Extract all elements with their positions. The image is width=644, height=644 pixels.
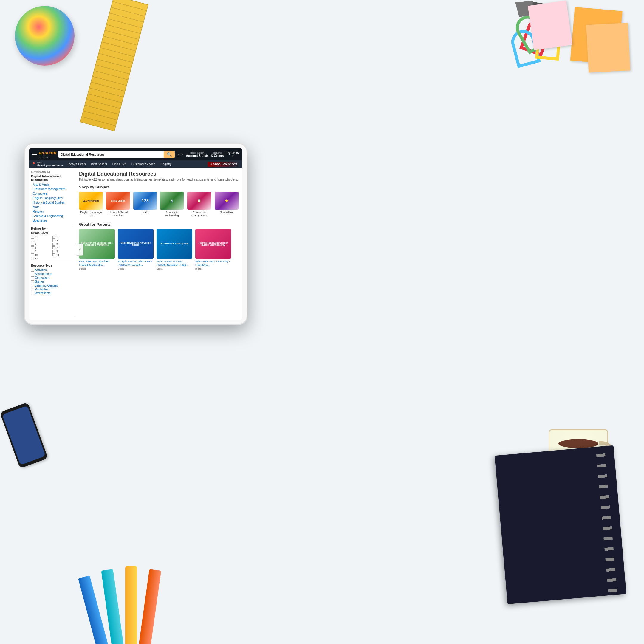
sidebar-item-computers[interactable]: Computers bbox=[31, 191, 73, 196]
grade-11-checkbox[interactable] bbox=[52, 250, 55, 253]
grade-2[interactable]: 4 bbox=[31, 243, 52, 246]
resource-games-checkbox[interactable] bbox=[31, 280, 34, 283]
grade-5[interactable]: 10 bbox=[31, 253, 52, 256]
subject-label-history: History & Social Studies bbox=[105, 211, 131, 217]
hamburger-menu[interactable] bbox=[32, 153, 37, 156]
grade-9-checkbox[interactable] bbox=[52, 243, 55, 246]
subnav-best-sellers[interactable]: Best Sellers bbox=[90, 162, 108, 166]
grade-6-checkbox[interactable] bbox=[31, 257, 34, 260]
notebook bbox=[495, 445, 626, 604]
resource-learning-centers[interactable]: Learning Centers bbox=[31, 284, 73, 287]
subject-card-specialties[interactable]: ⭐ Specialties bbox=[215, 192, 239, 217]
grade-1-checkbox[interactable] bbox=[31, 239, 34, 242]
grade-3-checkbox[interactable] bbox=[31, 246, 34, 249]
sidebar-item-ela[interactable]: English Language Arts bbox=[31, 196, 73, 200]
resource-printables-checkbox[interactable] bbox=[31, 288, 34, 291]
sidebar-divider-2 bbox=[31, 262, 73, 262]
grade-6[interactable]: 12 bbox=[31, 257, 52, 260]
account-nav-item[interactable]: Hello, Sign in Account & Lists bbox=[186, 151, 208, 157]
sidebar-item-science[interactable]: Science & Engineering bbox=[31, 214, 73, 218]
grade-2-checkbox[interactable] bbox=[31, 243, 34, 246]
grade-k-checkbox[interactable] bbox=[31, 236, 34, 239]
subject-card-classroom[interactable]: 📋 Classroom Management bbox=[186, 192, 212, 217]
subject-card-ela[interactable]: ELA Worksheets English Language Arts bbox=[79, 192, 103, 217]
sidebar-item-arts-music[interactable]: Arts & Music bbox=[31, 182, 73, 187]
product-img-4-text: Figurative Language Color by Number Vale… bbox=[195, 241, 231, 247]
grade-7-checkbox[interactable] bbox=[52, 236, 55, 239]
resource-learning-centers-label: Learning Centers bbox=[35, 284, 58, 287]
subnav-today-deals[interactable]: Today's Deals bbox=[66, 162, 87, 166]
amazon-logo[interactable]: amazon try prime bbox=[39, 150, 57, 159]
resource-activities-label: Activities bbox=[35, 268, 47, 272]
grade-1[interactable]: 2 bbox=[31, 239, 52, 242]
galentine-promo[interactable]: ✦ Shop Galentine's bbox=[208, 162, 240, 167]
rubber-band-ball bbox=[15, 6, 75, 66]
resource-games[interactable]: Games bbox=[31, 280, 73, 284]
try-prime-nav-item[interactable]: Try Prime ▼ bbox=[226, 151, 240, 158]
search-input[interactable] bbox=[58, 151, 164, 157]
history-img-text: Social Studies bbox=[110, 199, 126, 203]
product-card-2[interactable]: Magic Reveal Pixel Art Google Sheets Mul… bbox=[118, 229, 154, 270]
sidebar-item-classroom-management[interactable]: Classroom Management bbox=[31, 187, 73, 191]
grade-10-checkbox[interactable] bbox=[52, 246, 55, 249]
product-card-3[interactable]: INTERACTIVE Solar System Solar System Ac… bbox=[157, 229, 192, 270]
sidebar-item-specialties[interactable]: Specialties bbox=[31, 218, 73, 223]
refine-by-label: Refine by bbox=[31, 227, 73, 230]
grade-7[interactable]: 1 bbox=[52, 236, 73, 239]
subject-card-history[interactable]: Social Studies History & Social Studies bbox=[105, 192, 131, 217]
location-pin-icon: 📍 bbox=[32, 162, 36, 166]
carousel-prev-button[interactable]: ‹ bbox=[76, 244, 83, 256]
product-img-2-text: Magic Reveal Pixel Art Google Sheets bbox=[118, 241, 154, 247]
resource-learning-centers-checkbox[interactable] bbox=[31, 284, 34, 287]
resource-activities[interactable]: Activities bbox=[31, 268, 73, 272]
resource-activities-checkbox[interactable] bbox=[31, 269, 34, 272]
grade-level-label: Grade Level bbox=[31, 231, 73, 235]
grade-k[interactable]: K bbox=[31, 236, 52, 239]
grade-10[interactable]: 7 bbox=[52, 246, 73, 249]
subnav-find-gift[interactable]: Find a Gift bbox=[112, 162, 127, 166]
resource-worksheets-checkbox[interactable] bbox=[31, 292, 34, 295]
grade-8[interactable]: 3 bbox=[52, 239, 73, 242]
product-card-4[interactable]: Figurative Language Color by Number Vale… bbox=[195, 229, 231, 270]
sidebar: Show results for Digital Educational Res… bbox=[29, 168, 75, 317]
subject-card-science[interactable]: 🔬 Science & Engineering bbox=[160, 192, 184, 217]
grade-8-checkbox[interactable] bbox=[52, 239, 55, 242]
subnav-customer-service[interactable]: Customer Service bbox=[131, 162, 156, 166]
subject-card-math[interactable]: 123 Math bbox=[133, 192, 157, 217]
resource-worksheets[interactable]: Worksheets bbox=[31, 291, 73, 295]
subject-label-specialties: Specialties bbox=[220, 211, 233, 214]
subject-img-math: 123 bbox=[133, 192, 157, 210]
grade-10-label: 7 bbox=[56, 246, 58, 249]
product-title-4: Valentine's Day ELA Activity - Figurativ… bbox=[195, 260, 231, 267]
resource-printables[interactable]: Printables bbox=[31, 287, 73, 291]
grade-11[interactable]: 9 bbox=[52, 250, 73, 253]
sidebar-item-math[interactable]: Math bbox=[31, 205, 73, 209]
sidebar-item-religion[interactable]: Religion bbox=[31, 209, 73, 214]
grade-2-label: 4 bbox=[35, 243, 36, 246]
returns-nav-item[interactable]: Returns & Orders bbox=[211, 151, 224, 157]
grade-5-checkbox[interactable] bbox=[31, 253, 34, 256]
language-selector[interactable]: EN ▼ bbox=[177, 153, 183, 156]
resource-type-label: Resource Type bbox=[31, 264, 73, 267]
search-button[interactable]: 🔍 bbox=[164, 151, 175, 158]
grade-3[interactable]: 6 bbox=[31, 246, 52, 249]
sidebar-item-history[interactable]: History & Social Studies bbox=[31, 200, 73, 205]
resource-assignments[interactable]: Assignments bbox=[31, 272, 73, 276]
product-img-1-text: Five Green and Speckled Frogs Booklets &… bbox=[79, 241, 115, 247]
resource-curriculum[interactable]: Curriculum bbox=[31, 276, 73, 280]
sticky-note-pink bbox=[528, 1, 572, 50]
grade-9[interactable]: 5 bbox=[52, 243, 73, 246]
subnav-registry[interactable]: Registry bbox=[160, 162, 172, 166]
subject-img-classroom: 📋 bbox=[187, 192, 211, 210]
grade-4-checkbox[interactable] bbox=[31, 250, 34, 253]
subject-label-classroom: Classroom Management bbox=[186, 211, 212, 217]
resource-assignments-checkbox[interactable] bbox=[31, 273, 34, 275]
grade-12-checkbox[interactable] bbox=[52, 253, 55, 256]
resource-curriculum-checkbox[interactable] bbox=[31, 276, 34, 279]
product-card-1[interactable]: Five Green and Speckled Frogs Booklets &… bbox=[79, 229, 115, 270]
main-content: Digital Educational Resources Printable … bbox=[75, 168, 242, 317]
address-bar[interactable]: 📍 Hello Select your address bbox=[32, 162, 63, 167]
tablet: amazon try prime 🔍 EN ▼ Hello, Sign in A… bbox=[24, 143, 247, 325]
grade-4[interactable]: 8 bbox=[31, 250, 52, 253]
grade-12[interactable]: 11 bbox=[52, 253, 73, 256]
